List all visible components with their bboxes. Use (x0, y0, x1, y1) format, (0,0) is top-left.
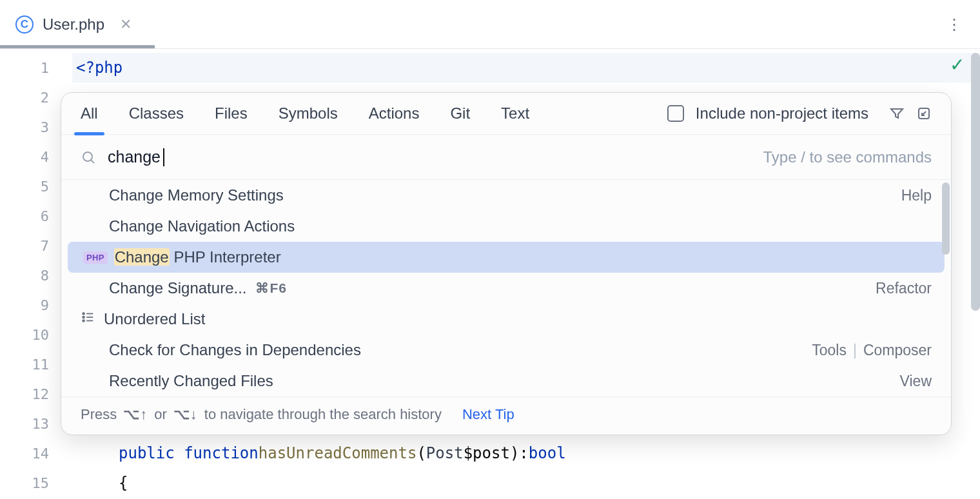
include-label: Include non-project items (696, 104, 868, 122)
svg-point-1 (83, 152, 92, 161)
close-icon[interactable]: ✕ (120, 16, 132, 33)
scrollbar[interactable] (971, 53, 980, 311)
tab-all[interactable]: All (81, 104, 98, 134)
results-list: Change Memory Settings Help Change Navig… (61, 180, 951, 396)
result-item[interactable]: Recently Changed Files View (61, 366, 951, 396)
shortcut-label: ⌘F6 (255, 280, 287, 296)
editor-tab[interactable]: C User.php ✕ (0, 0, 147, 49)
result-item[interactable]: Unordered List (61, 304, 951, 335)
shortcut-up: ⌥↑ (123, 406, 148, 423)
next-tip-link[interactable]: Next Tip (462, 406, 514, 423)
result-item-selected[interactable]: PHP Change PHP Interpreter (68, 242, 945, 273)
results-scrollbar[interactable] (942, 182, 950, 255)
code-line: { (72, 468, 980, 498)
tab-actions[interactable]: Actions (369, 104, 420, 134)
search-input[interactable]: change (108, 148, 752, 166)
popup-footer: Press ⌥↑ or ⌥↓ to navigate through the s… (61, 396, 951, 435)
search-everywhere-popup: All Classes Files Symbols Actions Git Te… (61, 92, 952, 435)
tab-classes[interactable]: Classes (129, 104, 184, 134)
svg-point-4 (83, 317, 84, 318)
status-ok-icon[interactable]: ✓ (950, 54, 965, 75)
search-icon (81, 150, 96, 165)
result-item[interactable]: Check for Changes in Dependencies Tools|… (61, 335, 951, 366)
include-checkbox[interactable] (667, 105, 684, 122)
code-line: <?php (72, 53, 980, 83)
result-item[interactable]: Change Memory Settings Help (61, 180, 951, 211)
class-icon: C (15, 15, 34, 34)
svg-point-2 (83, 313, 84, 315)
filter-icon[interactable] (889, 106, 905, 121)
code-line: public function hasUnreadComments(Post $… (72, 438, 980, 468)
result-item[interactable]: Change Navigation Actions (61, 211, 951, 242)
search-hint: Type / to see commands (763, 148, 932, 166)
result-item[interactable]: Change Signature... ⌘F6 Refactor (61, 273, 951, 304)
unordered-list-icon (81, 310, 95, 328)
more-menu-icon[interactable]: ⋮ (946, 15, 962, 34)
tab-indicator (0, 45, 155, 48)
tab-filename: User.php (43, 15, 104, 34)
line-number: 1 (0, 53, 72, 83)
open-in-window-icon[interactable] (916, 106, 932, 121)
tab-bar: C User.php ✕ ⋮ (0, 0, 980, 49)
tab-git[interactable]: Git (450, 104, 470, 134)
line-number: 14 (0, 438, 72, 468)
shortcut-down: ⌥↓ (173, 406, 198, 423)
line-number: 15 (0, 468, 72, 498)
php-badge-icon: PHP (83, 251, 108, 264)
search-row: change Type / to see commands (61, 134, 951, 180)
tab-text[interactable]: Text (501, 104, 529, 134)
tab-files[interactable]: Files (215, 104, 248, 134)
tab-symbols[interactable]: Symbols (279, 104, 338, 134)
popup-tabs: All Classes Files Symbols Actions Git Te… (61, 93, 951, 134)
svg-point-6 (83, 320, 84, 322)
